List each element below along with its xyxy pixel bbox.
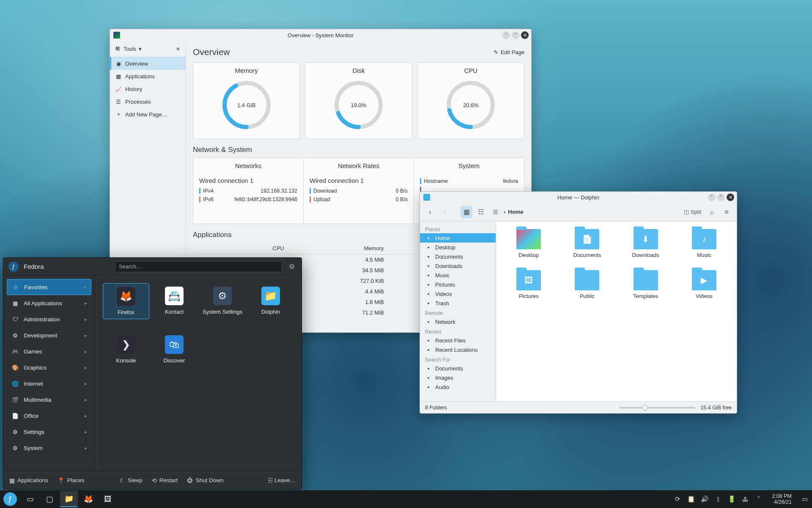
category-item[interactable]: 🛡Administration▸ [7, 311, 91, 327]
tray-expand-icon[interactable]: ˄ [755, 495, 763, 503]
places-item[interactable]: ▪Downloads [420, 261, 496, 271]
app-item[interactable]: ❯Konsole [103, 332, 149, 367]
forward-button[interactable]: › [439, 206, 450, 218]
start-button[interactable]: ƒ [3, 492, 17, 506]
category-item[interactable]: ⚙Development▸ [7, 327, 91, 343]
places-item[interactable]: ▪Videos [420, 289, 496, 298]
places-item[interactable]: ▪Desktop [420, 243, 496, 252]
folder-item[interactable]: Templates [621, 270, 671, 299]
disk-card: Disk 19.0% [305, 62, 412, 139]
places-item[interactable]: ▪Audio [420, 382, 496, 392]
minimize-button[interactable]: ˅ [502, 31, 510, 39]
nav-add-page[interactable]: ＋Add New Page… [110, 108, 186, 121]
category-item[interactable]: 🎨Graphics▸ [7, 359, 91, 375]
task-pager[interactable]: ▭ [21, 491, 39, 507]
places-item[interactable]: ▪Music [420, 271, 496, 280]
category-item[interactable]: ⚙System▸ [7, 440, 91, 456]
category-item[interactable]: 📄Office▸ [7, 408, 91, 424]
window-titlebar[interactable]: Overview - System Monitor ˅ ˄ ✕ [110, 29, 531, 41]
maximize-button[interactable]: ˄ [512, 31, 519, 39]
group-places: Places [420, 224, 496, 233]
bluetooth-icon[interactable]: ᛒ [714, 495, 722, 503]
chart-icon: 📈 [115, 86, 122, 92]
folder-item[interactable]: Desktop [504, 229, 554, 258]
close-button[interactable]: ✕ [727, 193, 734, 201]
app-item[interactable]: 📇Kontact [151, 283, 198, 319]
folder-item[interactable]: 📄Documents [562, 229, 612, 258]
category-item[interactable]: ▦All Applications▸ [7, 295, 91, 311]
minimize-button[interactable]: ˅ [708, 193, 716, 201]
folder-item[interactable]: ▶Videos [679, 270, 729, 299]
places-item[interactable]: ▪Recent Locations [420, 345, 496, 354]
nav-applications[interactable]: ▦Applications [110, 70, 186, 83]
updater-icon[interactable]: ⟳ [674, 495, 681, 503]
places-item[interactable]: ▪Home [420, 233, 496, 243]
network-icon[interactable]: 🖧 [741, 495, 749, 503]
col-name[interactable] [193, 243, 222, 254]
places-item[interactable]: ▪Documents [420, 252, 496, 261]
places-item[interactable]: ▪Documents [420, 364, 496, 373]
col-memory[interactable]: Memory [289, 243, 389, 254]
places-item[interactable]: ▪Trash [420, 298, 496, 308]
back-button[interactable]: ‹ [424, 206, 436, 218]
footer-sleep[interactable]: ☾Sleep [120, 477, 143, 484]
close-button[interactable]: ✕ [521, 31, 529, 39]
window-titlebar[interactable]: Home — Dolphin ˅ ˄ ✕ [420, 192, 737, 203]
task-firefox[interactable]: 🦊 [80, 491, 97, 507]
show-desktop-icon[interactable]: ▭ [801, 495, 809, 503]
footer-restart[interactable]: ⟲Restart [152, 477, 178, 484]
clipboard-icon[interactable]: 📋 [687, 495, 695, 503]
category-item[interactable]: 🎮Games▸ [7, 343, 91, 359]
upload-value: 0 B/s [396, 196, 408, 202]
places-item[interactable]: ▪Pictures [420, 280, 496, 289]
folder-icon [634, 270, 658, 290]
hamburger-icon[interactable]: ≡ [175, 46, 181, 52]
edit-page-button[interactable]: ✎Edit Page [494, 49, 524, 55]
places-item[interactable]: ▪Recent Files [420, 336, 496, 345]
search-button[interactable]: ⌕ [706, 206, 718, 218]
folder-item[interactable]: ⬇Downloads [621, 229, 671, 258]
folder-item[interactable]: ♪Music [679, 229, 729, 258]
filter-button[interactable]: ⚙ [287, 262, 296, 271]
tools-menu[interactable]: 🛠 Tools ▾ ≡ [110, 41, 186, 57]
footer-shutdown[interactable]: ⏻Shut Down [187, 477, 223, 483]
volume-icon[interactable]: 🔊 [701, 495, 708, 503]
places-item[interactable]: ▪Images [420, 373, 496, 382]
category-item[interactable]: ☆Favorites▸ [7, 279, 91, 295]
category-item[interactable]: 🌐Internet▸ [7, 375, 91, 392]
places-item[interactable]: ▪Network [420, 317, 496, 326]
compact-view-button[interactable]: ☷ [475, 206, 487, 218]
category-item[interactable]: ⚙Settings▸ [7, 424, 91, 440]
footer-places[interactable]: 📍Places [58, 477, 85, 484]
zoom-knob[interactable] [642, 405, 648, 411]
task-showdesktop[interactable]: ▢ [41, 491, 58, 507]
app-item[interactable]: 🦊Firefox [103, 283, 149, 319]
footer-applications[interactable]: ▦Applications [9, 477, 48, 484]
battery-icon[interactable]: 🔋 [728, 495, 735, 503]
footer-leave[interactable]: ⍇Leave… [269, 477, 296, 483]
nav-history[interactable]: 📈History [110, 83, 186, 95]
memory-donut: 1.4 GiB [219, 77, 274, 133]
clock[interactable]: 2:08 PM 4/26/21 [772, 493, 792, 505]
details-view-button[interactable]: ≣ [489, 206, 501, 218]
task-dolphin[interactable]: 📁 [60, 491, 78, 507]
nav-label: Applications [125, 73, 155, 80]
app-item[interactable]: 🛍Discover [151, 332, 198, 367]
app-item[interactable]: 📁Dolphin [247, 283, 294, 319]
nav-overview[interactable]: ◉Overview [110, 57, 186, 70]
search-input[interactable]: Search… [115, 261, 282, 272]
pencil-icon: ✎ [494, 49, 498, 55]
hamburger-button[interactable]: ≡ [721, 206, 732, 218]
split-button[interactable]: ◫Split [681, 206, 704, 218]
col-cpu[interactable]: CPU [222, 243, 289, 254]
task-gwenview[interactable]: 🖼 [99, 491, 117, 507]
app-item[interactable]: ⚙System Settings [199, 283, 246, 319]
folder-item[interactable]: 🖼Pictures [504, 270, 554, 299]
maximize-button[interactable]: ˄ [717, 193, 725, 201]
zoom-slider[interactable] [619, 407, 695, 409]
breadcrumb[interactable]: ›Home [504, 209, 523, 215]
nav-processes[interactable]: ☰Processes [110, 95, 186, 108]
category-item[interactable]: 🎬Multimedia▸ [7, 392, 91, 408]
icon-view-button[interactable]: ▦ [461, 206, 472, 218]
folder-item[interactable]: Public [562, 270, 612, 299]
